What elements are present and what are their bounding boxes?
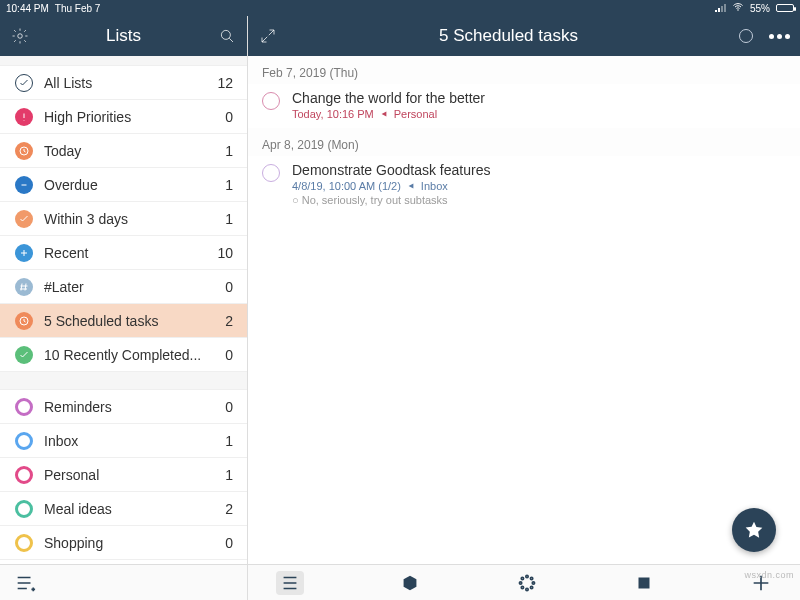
sidebar-item[interactable]: Overdue1	[0, 168, 247, 202]
sidebar-item-count: 1	[225, 177, 233, 193]
svg-marker-5	[404, 575, 417, 590]
ring-icon	[14, 499, 34, 519]
view-list-icon[interactable]	[276, 571, 304, 595]
sidebar-item[interactable]: Meal ideas2	[0, 492, 247, 526]
task-row[interactable]: Demonstrate Goodtask features4/8/19, 10:…	[248, 156, 800, 214]
sidebar-bottombar	[0, 564, 247, 600]
sidebar-item-label: Inbox	[44, 433, 225, 449]
check-icon	[14, 345, 34, 365]
sidebar-item-count: 0	[225, 347, 233, 363]
sidebar-item-label: Personal	[44, 467, 225, 483]
clock-icon	[14, 311, 34, 331]
clock-icon	[14, 141, 34, 161]
section-gap	[0, 56, 247, 66]
detail-header: 5 Scheduled tasks	[248, 16, 800, 56]
svg-point-2	[221, 30, 230, 39]
sidebar-item[interactable]: 5 Scheduled tasks2	[0, 304, 247, 338]
view-dots-icon[interactable]	[516, 572, 538, 594]
sidebar-item[interactable]: Within 3 days1	[0, 202, 247, 236]
sidebar-item[interactable]: 10 Recently Completed...0	[0, 338, 247, 372]
task-group-header: Feb 7, 2019 (Thu)	[248, 56, 800, 84]
sidebar-item-count: 2	[225, 313, 233, 329]
svg-point-10	[526, 588, 528, 590]
view-square-icon[interactable]	[633, 572, 655, 594]
battery-icon	[776, 4, 794, 12]
sidebar-item-count: 1	[225, 143, 233, 159]
plus-icon	[14, 243, 34, 263]
task-group-header: Apr 8, 2019 (Mon)	[248, 128, 800, 156]
statusbar-battery-pct: 55%	[750, 3, 770, 14]
sidebar-item[interactable]: #Later0	[0, 270, 247, 304]
detail-title: 5 Scheduled tasks	[278, 26, 739, 46]
svg-point-11	[521, 586, 523, 588]
expand-icon[interactable]	[258, 26, 278, 46]
sidebar-item-count: 1	[225, 467, 233, 483]
task-subtitle: ○ No, seriously, try out subtasks	[292, 194, 786, 206]
sidebar-item[interactable]: Today1	[0, 134, 247, 168]
sidebar-item-label: Recent	[44, 245, 217, 261]
ring-icon	[14, 397, 34, 417]
sidebar-item-count: 1	[225, 211, 233, 227]
sidebar-item-count: 1	[225, 433, 233, 449]
sidebar-item[interactable]: Reminders0	[0, 390, 247, 424]
svg-point-7	[530, 577, 532, 579]
svg-point-12	[519, 581, 521, 583]
sidebar-item[interactable]: High Priorities0	[0, 100, 247, 134]
search-icon[interactable]	[217, 26, 237, 46]
sidebar-item-count: 0	[225, 109, 233, 125]
more-icon[interactable]	[769, 34, 790, 39]
detail-bottombar	[248, 564, 800, 600]
wifi-icon	[732, 1, 744, 15]
ring-icon	[14, 465, 34, 485]
sidebar-item-count: 0	[225, 279, 233, 295]
sidebar-item[interactable]: Inbox1	[0, 424, 247, 458]
task-meta: Today, 10:16 PMPersonal	[292, 108, 786, 120]
sidebar-item-count: 0	[225, 399, 233, 415]
settings-icon[interactable]	[10, 26, 30, 46]
svg-rect-14	[639, 577, 650, 588]
sidebar-item-count: 12	[217, 75, 233, 91]
lists-view-icon[interactable]	[14, 572, 36, 594]
sidebar-item-label: #Later	[44, 279, 225, 295]
svg-point-6	[526, 575, 528, 577]
svg-point-8	[532, 581, 534, 583]
task-row[interactable]: Change the world for the betterToday, 10…	[248, 84, 800, 128]
svg-point-0	[737, 9, 739, 11]
task-list: Feb 7, 2019 (Thu)Change the world for th…	[248, 56, 800, 564]
dash-icon	[14, 175, 34, 195]
all-icon	[14, 73, 34, 93]
fab-star-button[interactable]	[732, 508, 776, 552]
task-checkbox[interactable]	[262, 92, 280, 110]
sidebar-title: Lists	[30, 26, 217, 46]
sidebar-item-count: 2	[225, 501, 233, 517]
statusbar-time: 10:44 PM	[6, 3, 49, 14]
statusbar-date: Thu Feb 7	[55, 3, 101, 14]
sidebar-item-label: Overdue	[44, 177, 225, 193]
sidebar: Lists All Lists12High Priorities0Today1O…	[0, 16, 248, 600]
view-hex-icon[interactable]	[399, 572, 421, 594]
task-meta: 4/8/19, 10:00 AM (1/2)Inbox	[292, 180, 786, 192]
filter-circle-icon[interactable]	[739, 29, 753, 43]
sidebar-item[interactable]: Personal1	[0, 458, 247, 492]
sidebar-item-count: 0	[225, 535, 233, 551]
sidebar-item-label: Within 3 days	[44, 211, 225, 227]
svg-point-9	[530, 586, 532, 588]
section-gap	[0, 372, 247, 390]
svg-point-13	[521, 577, 523, 579]
status-bar: 10:44 PM Thu Feb 7 55%	[0, 0, 800, 16]
detail-pane: 5 Scheduled tasks Feb 7, 2019 (Thu)Chang…	[248, 16, 800, 600]
sidebar-item[interactable]: Recent10	[0, 236, 247, 270]
sidebar-header: Lists	[0, 16, 247, 56]
sidebar-item[interactable]: All Lists12	[0, 66, 247, 100]
sidebar-item-count: 10	[217, 245, 233, 261]
sidebar-item-label: Today	[44, 143, 225, 159]
bang-icon	[14, 107, 34, 127]
watermark: wsxdn.com	[744, 570, 794, 580]
sidebar-lists: All Lists12High Priorities0Today1Overdue…	[0, 56, 247, 564]
task-checkbox[interactable]	[262, 164, 280, 182]
task-title: Change the world for the better	[292, 90, 786, 106]
sidebar-item[interactable]: Shopping0	[0, 526, 247, 560]
cell-signal-icon	[715, 4, 726, 12]
sidebar-item-label: Meal ideas	[44, 501, 225, 517]
task-title: Demonstrate Goodtask features	[292, 162, 786, 178]
